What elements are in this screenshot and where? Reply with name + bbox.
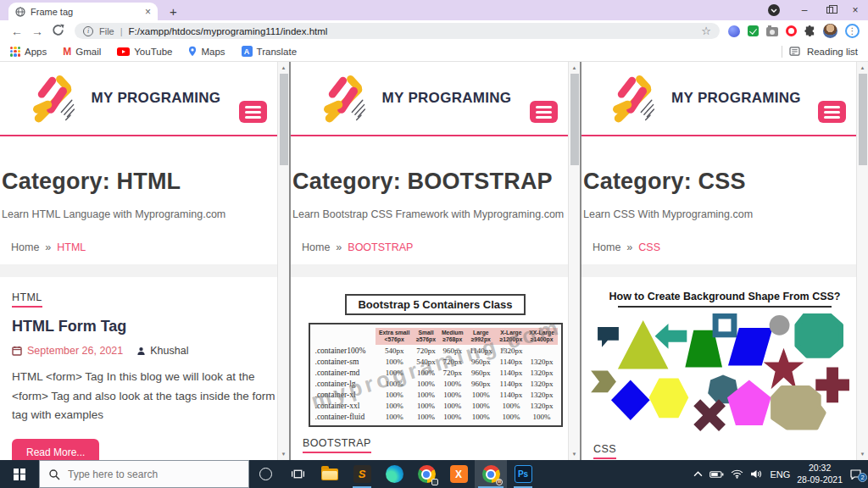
frame-scrollbar[interactable]: ▲ ▼ [568, 62, 580, 460]
restore-button[interactable] [817, 0, 843, 20]
edge-icon [386, 465, 403, 483]
wifi-icon[interactable] [731, 469, 743, 479]
bs-table-value-cell: 100% [496, 400, 526, 411]
info-icon[interactable]: i [83, 26, 93, 36]
taskbar-cortana[interactable] [249, 460, 281, 488]
browser-tab[interactable]: Frame tag × [8, 3, 158, 20]
browser-update-icon[interactable] [768, 4, 780, 16]
brand-name[interactable]: MY PROGRAMING [382, 90, 512, 107]
extension-green-flag-icon[interactable] [748, 25, 759, 36]
start-button[interactable] [0, 460, 39, 488]
search-input[interactable] [68, 469, 220, 480]
css-shapes-image[interactable]: How to Create Background Shape From CSS? [581, 291, 868, 433]
chrome-badge [431, 479, 438, 485]
taskbar-search[interactable] [39, 460, 249, 488]
post-title[interactable]: HTML Form Tag [12, 318, 277, 336]
breadcrumb-home[interactable]: Home [11, 241, 39, 253]
page-content: MY PROGRAMING Category: HTML Learn HTML … [0, 62, 868, 460]
language-indicator[interactable]: ENG [770, 469, 790, 480]
menu-hamburger-icon[interactable] [239, 101, 267, 123]
scroll-up-icon[interactable]: ▲ [860, 62, 865, 72]
address-url[interactable]: F:/xampp/htdocs/myprograming111/index.ht… [129, 26, 696, 36]
scroll-down-icon[interactable]: ▼ [572, 450, 577, 460]
bookmark-apps[interactable]: Apps [10, 47, 47, 57]
scroll-down-icon[interactable]: ▼ [281, 450, 287, 460]
taskbar-clock[interactable]: 20:32 28-09-2021 [797, 463, 843, 485]
scrollbar-thumb[interactable] [859, 74, 867, 165]
extension-blue-icon[interactable] [728, 25, 740, 37]
browser-menu-icon[interactable]: ⋮ [845, 24, 860, 38]
extension-opera-icon[interactable] [786, 25, 797, 36]
bs-table-value-cell: 100% [376, 367, 413, 378]
bootstrap-containers-image[interactable]: Bootstrap 5 Containers Class Extra small… [309, 294, 563, 427]
reading-list-label[interactable]: Reading list [807, 47, 858, 57]
bookmark-gmail[interactable]: M Gmail [63, 46, 101, 58]
profile-avatar[interactable] [823, 24, 837, 38]
xampp-icon: X [450, 465, 468, 483]
bs-table-value-cell: 1140px [496, 367, 526, 378]
scrollbar-thumb[interactable] [280, 74, 288, 165]
bs-table-value-cell: 100% [466, 411, 496, 422]
menu-hamburger-icon[interactable] [530, 101, 558, 123]
close-button[interactable]: × [843, 0, 868, 20]
address-separator: | [120, 26, 123, 36]
category-footer-link[interactable]: BOOTSTRAP [303, 437, 371, 453]
breadcrumb: Home » HTML [11, 241, 289, 253]
hidden-icons-chevron-icon[interactable] [693, 471, 703, 477]
bs-table-header-cell: X-Large≥1200px [496, 328, 526, 345]
section-divider [291, 264, 580, 277]
menu-hamburger-icon[interactable] [818, 101, 846, 123]
bookmark-youtube[interactable]: YouTube [117, 47, 172, 57]
post-category-link[interactable]: HTML [12, 291, 42, 308]
chrome-profile-badge [496, 479, 503, 485]
breadcrumb-home[interactable]: Home [302, 241, 330, 253]
tab-close-icon[interactable]: × [145, 7, 151, 17]
brand-name[interactable]: MY PROGRAMING [92, 90, 221, 107]
frame-scrollbar[interactable]: ▲ ▼ [277, 62, 289, 460]
breadcrumb-current[interactable]: HTML [57, 241, 86, 253]
speaker-icon[interactable] [750, 469, 763, 479]
read-more-button[interactable]: Read More... [12, 439, 99, 460]
taskbar-photoshop[interactable]: Ps [507, 460, 539, 488]
taskbar-xampp[interactable]: X [442, 460, 475, 488]
taskbar-sublime[interactable]: S [346, 460, 378, 488]
bs-table-class-cell: .container-xxl [314, 400, 376, 411]
taskbar-chrome[interactable] [410, 460, 442, 488]
taskbar-chrome-active[interactable] [475, 460, 507, 488]
extension-camera-icon[interactable] [766, 27, 778, 36]
scroll-up-icon[interactable]: ▲ [281, 62, 287, 72]
taskbar-file-explorer[interactable] [314, 460, 346, 488]
bs-table-class-cell: .container-md [314, 367, 376, 378]
taskbar-task-view[interactable] [281, 460, 314, 488]
action-center[interactable]: 2 [849, 469, 862, 480]
address-scheme: File [99, 26, 114, 36]
breadcrumb-home[interactable]: Home [593, 241, 620, 253]
extensions-puzzle-icon[interactable] [804, 25, 815, 36]
back-icon[interactable]: ← [7, 25, 27, 38]
category-footer-link[interactable]: CSS [593, 443, 616, 459]
bs-table-row: .container-fluid100%100%100%100%100%100% [314, 411, 558, 422]
breadcrumb-separator: » [336, 241, 342, 253]
bookmark-translate[interactable]: A Translate [242, 46, 298, 57]
taskbar-edge[interactable] [378, 460, 410, 488]
person-icon [136, 347, 146, 356]
brand-name[interactable]: MY PROGRAMING [671, 90, 801, 107]
bookmark-maps[interactable]: Maps [188, 46, 225, 57]
bs-table-header-cell: Small≥576px [413, 328, 439, 345]
battery-icon[interactable] [709, 470, 724, 479]
minimize-button[interactable]: – [792, 0, 817, 20]
breadcrumb-separator: » [626, 241, 632, 253]
new-tab-button[interactable]: + [170, 5, 177, 18]
breadcrumb-current[interactable]: BOOTSTRAP [348, 241, 413, 253]
bookmark-star-icon[interactable]: ☆ [701, 25, 711, 37]
reload-icon[interactable] [47, 24, 68, 39]
bs-table-body: .container100%540px720px960px1140px1320p… [314, 345, 558, 422]
address-bar[interactable]: i File | F:/xampp/htdocs/myprograming111… [75, 23, 720, 39]
frame-scrollbar[interactable]: ▲ ▼ [856, 62, 868, 460]
bs-table-value-cell: 1140px [496, 356, 526, 367]
breadcrumb-current[interactable]: CSS [638, 241, 660, 253]
scrollbar-thumb[interactable] [570, 74, 579, 165]
scroll-up-icon[interactable]: ▲ [572, 62, 577, 72]
forward-icon[interactable]: → [27, 25, 47, 38]
scroll-down-icon[interactable]: ▼ [860, 450, 865, 460]
